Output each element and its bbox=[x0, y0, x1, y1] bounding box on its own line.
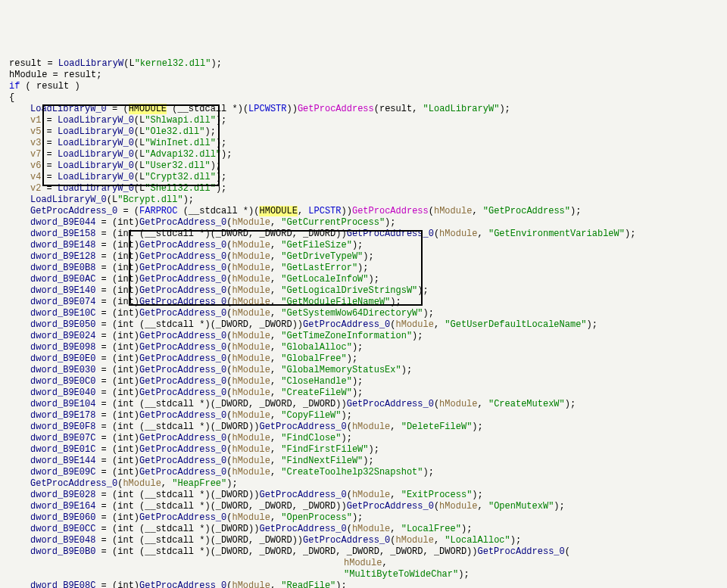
line-dword_B9E048: dword_B9E048 = (int (__stdcall *)(_DWORD… bbox=[3, 535, 724, 546]
line-dword_B9E0B8: dword_B9E0B8 = (int)GetProcAddress_0(hMo… bbox=[3, 263, 724, 274]
line-loadlib-1: v5 = LoadLibraryW_0(L"Ole32.dll"); bbox=[3, 126, 724, 138]
line-dword_B9E0F8: dword_B9E0F8 = (int (__stdcall *)(_DWORD… bbox=[3, 422, 724, 433]
line-dword_B9E024: dword_B9E024 = (int)GetProcAddress_0(hMo… bbox=[3, 331, 724, 342]
line-loadlibrary-kernel32: result = LoadLibraryW(L"kernel32.dll"); bbox=[3, 58, 724, 70]
line-dword_B9E144: dword_B9E144 = (int)GetProcAddress_0(hMo… bbox=[3, 456, 724, 467]
line-dword_B9E148: dword_B9E148 = (int)GetProcAddress_0(hMo… bbox=[3, 240, 724, 251]
line-dword_B9E044: dword_B9E044 = (int)GetProcAddress_0(hMo… bbox=[3, 217, 724, 229]
line-loadlib-bcrypt: LoadLibraryW_0(L"Bcrypt.dll"); bbox=[3, 194, 724, 206]
line-heapfree: GetProcAddress_0(hModule, "HeapFree"); bbox=[3, 478, 724, 490]
line-dword_B9E178: dword_B9E178 = (int)GetProcAddress_0(hMo… bbox=[3, 410, 724, 422]
line-loadlib-2: v3 = LoadLibraryW_0(L"WinInet.dll"); bbox=[3, 138, 724, 149]
line-dword_B9E01C: dword_B9E01C = (int)GetProcAddress_0(hMo… bbox=[3, 444, 724, 456]
line-dword_B9E140: dword_B9E140 = (int)GetProcAddress_0(hMo… bbox=[3, 285, 724, 297]
line-dword_B9E060: dword_B9E060 = (int)GetProcAddress_0(hMo… bbox=[3, 512, 724, 524]
line-mb-arg1: hModule, bbox=[3, 558, 724, 569]
line-dword_B9E074: dword_B9E074 = (int)GetProcAddress_0(hMo… bbox=[3, 297, 724, 308]
line-dword_B9E028: dword_B9E028 = (int (__stdcall *)(_DWORD… bbox=[3, 490, 724, 501]
line-mb-arg2: "MultiByteToWideChar"); bbox=[3, 569, 724, 580]
line-dword_B9E10C: dword_B9E10C = (int)GetProcAddress_0(hMo… bbox=[3, 308, 724, 319]
line-dword_B9E158: dword_B9E158 = (int (__stdcall *)(_DWORD… bbox=[3, 229, 724, 240]
line-assign-loadlibraryw0: LoadLibraryW_0 = (HMODULE (__stdcall *)(… bbox=[3, 104, 724, 115]
line-dword_B9E09C: dword_B9E09C = (int)GetProcAddress_0(hMo… bbox=[3, 467, 724, 478]
line-dword_B9E030: dword_B9E030 = (int)GetProcAddress_0(hMo… bbox=[3, 365, 724, 376]
line-dword_B9E0C0: dword_B9E0C0 = (int)GetProcAddress_0(hMo… bbox=[3, 376, 724, 387]
code-viewport: result = LoadLibraryW(L"kernel32.dll");h… bbox=[3, 47, 724, 588]
code-line: if ( result ) bbox=[3, 81, 724, 92]
code-line: hModule = result; bbox=[3, 70, 724, 81]
line-dword_B9E07C: dword_B9E07C = (int)GetProcAddress_0(hMo… bbox=[3, 433, 724, 444]
decompiled-code[interactable]: result = LoadLibraryW(L"kernel32.dll");h… bbox=[3, 58, 724, 588]
line-dword_B9E050: dword_B9E050 = (int (__stdcall *)(_DWORD… bbox=[3, 319, 724, 331]
line-dword_B9E0AC: dword_B9E0AC = (int)GetProcAddress_0(hMo… bbox=[3, 274, 724, 285]
line-dword_B9E164: dword_B9E164 = (int (__stdcall *)(_DWORD… bbox=[3, 501, 724, 512]
code-line: { bbox=[3, 92, 724, 104]
line-loadlib-4: v6 = LoadLibraryW_0(L"User32.dll"); bbox=[3, 160, 724, 172]
line-dword_B9E098: dword_B9E098 = (int)GetProcAddress_0(hMo… bbox=[3, 342, 724, 353]
line-dword_B9E128: dword_B9E128 = (int)GetProcAddress_0(hMo… bbox=[3, 251, 724, 263]
line-dword_B9E0E0: dword_B9E0E0 = (int)GetProcAddress_0(hMo… bbox=[3, 353, 724, 365]
line-dword_B9E08C: dword_B9E08C = (int)GetProcAddress_0(hMo… bbox=[3, 580, 724, 588]
line-dword_B9E104: dword_B9E104 = (int (__stdcall *)(_DWORD… bbox=[3, 399, 724, 410]
line-assign-getprocaddress0: GetProcAddress_0 = (FARPROC (__stdcall *… bbox=[3, 206, 724, 217]
line-dword_B9E0CC: dword_B9E0CC = (int (__stdcall *)(_DWORD… bbox=[3, 524, 724, 535]
line-loadlib-0: v1 = LoadLibraryW_0(L"Shlwapi.dll"); bbox=[3, 115, 724, 126]
line-loadlib-3: v7 = LoadLibraryW_0(L"Advapi32.dll"); bbox=[3, 149, 724, 160]
line-loadlib-5: v4 = LoadLibraryW_0(L"Crypt32.dll"); bbox=[3, 172, 724, 183]
line-loadlib-6: v2 = LoadLibraryW_0(L"Shell32.dll"); bbox=[3, 183, 724, 194]
line-dword_B9E0B0: dword_B9E0B0 = (int (__stdcall *)(_DWORD… bbox=[3, 546, 724, 558]
line-dword_B9E040: dword_B9E040 = (int)GetProcAddress_0(hMo… bbox=[3, 387, 724, 399]
